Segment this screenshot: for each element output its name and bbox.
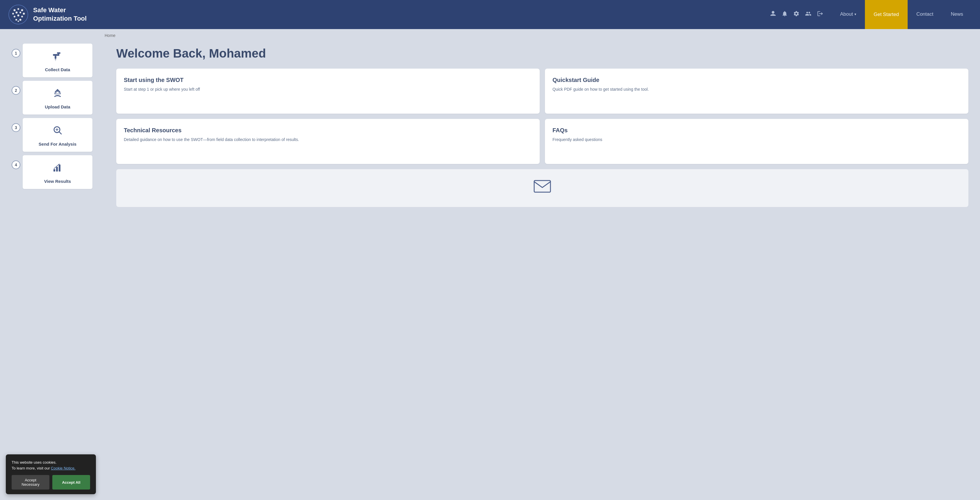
step-upload-data[interactable]: Upload Data: [23, 81, 92, 115]
nav-about[interactable]: About ▾: [832, 0, 865, 29]
gear-icon[interactable]: [793, 11, 800, 19]
svg-point-4: [12, 13, 14, 14]
svg-point-5: [16, 12, 18, 14]
breadcrumb[interactable]: Home: [0, 29, 980, 41]
step-label-3: Send For Analysis: [39, 142, 76, 146]
svg-point-8: [14, 16, 15, 18]
nav-get-started[interactable]: Get Started: [865, 0, 908, 29]
svg-point-11: [15, 19, 17, 21]
chevron-down-icon: ▾: [854, 12, 856, 16]
svg-rect-15: [55, 56, 56, 59]
cookie-message: This website uses cookies. To learn more…: [12, 460, 90, 471]
envelope-icon: [534, 179, 551, 197]
svg-rect-14: [53, 54, 59, 56]
step-send-analysis[interactable]: Send For Analysis: [23, 118, 92, 152]
svg-point-7: [23, 13, 25, 15]
cards-grid: Start using the SWOT Start at step 1 or …: [116, 68, 968, 164]
svg-rect-28: [59, 164, 60, 172]
main-header: Safe Water Optimization Tool About: [0, 0, 980, 29]
header-icons: [770, 11, 823, 19]
card-start-swot[interactable]: Start using the SWOT Start at step 1 or …: [116, 68, 540, 114]
svg-point-10: [21, 16, 23, 18]
step-label-2: Upload Data: [45, 104, 70, 109]
card-quickstart-title: Quickstart Guide: [552, 77, 961, 83]
step-number-1: 1: [12, 49, 20, 57]
card-quickstart-desc: Quick PDF guide on how to get started us…: [552, 86, 961, 93]
card-faqs-desc: Frequently asked questions: [552, 137, 961, 143]
svg-rect-27: [56, 167, 58, 172]
card-start-swot-title: Start using the SWOT: [124, 77, 532, 83]
step-item-4: 4 View Results: [12, 155, 105, 189]
step-item-2: 2 Upload Data: [12, 81, 105, 115]
card-faqs[interactable]: FAQs Frequently asked questions: [545, 119, 968, 164]
steps-sidebar: 1 Collect Data: [12, 41, 105, 207]
app-title: Safe Water Optimization Tool: [33, 6, 87, 23]
svg-point-3: [21, 9, 23, 11]
svg-point-18: [55, 59, 56, 60]
cookie-notice-link[interactable]: Cookie Notice.: [51, 466, 76, 470]
step-label-1: Collect Data: [45, 67, 70, 72]
card-faqs-title: FAQs: [552, 127, 961, 134]
step-collect-data[interactable]: Collect Data: [23, 44, 92, 77]
upload-icon: [52, 87, 64, 102]
chart-icon: [52, 162, 64, 176]
card-contact[interactable]: [116, 169, 968, 207]
step-item-3: 3 Send For Analysis: [12, 118, 105, 152]
cookie-banner: This website uses cookies. To learn more…: [6, 454, 96, 494]
svg-rect-29: [534, 180, 550, 192]
card-technical[interactable]: Technical Resources Detailed guidance on…: [116, 119, 540, 164]
svg-point-1: [14, 9, 16, 11]
welcome-title: Welcome Back, Mohamed: [116, 46, 968, 61]
svg-point-19: [55, 60, 56, 61]
svg-point-12: [19, 19, 22, 21]
step-item-1: 1 Collect Data: [12, 44, 105, 77]
step-number-2: 2: [12, 86, 20, 95]
step-number-3: 3: [12, 123, 20, 132]
step-number-4: 4: [12, 161, 20, 169]
analysis-icon: [52, 124, 64, 139]
header-right: About ▾ Get Started Contact News: [770, 0, 972, 29]
svg-point-9: [18, 14, 19, 17]
svg-point-6: [19, 12, 21, 13]
bell-icon[interactable]: [781, 11, 788, 19]
step-view-results[interactable]: View Results: [23, 155, 92, 189]
svg-point-2: [18, 8, 19, 10]
card-start-swot-desc: Start at step 1 or pick up where you lef…: [124, 86, 532, 93]
card-technical-title: Technical Resources: [124, 127, 532, 134]
card-quickstart[interactable]: Quickstart Guide Quick PDF guide on how …: [545, 68, 968, 114]
svg-line-23: [59, 132, 61, 134]
logo-icon: [8, 4, 29, 25]
svg-rect-26: [54, 169, 55, 172]
main-content: 1 Collect Data: [0, 41, 980, 218]
main-section: Welcome Back, Mohamed Start using the SW…: [105, 41, 980, 207]
logo-area[interactable]: Safe Water Optimization Tool: [8, 4, 87, 25]
card-technical-desc: Detailed guidance on how to use the SWOT…: [124, 137, 532, 143]
person-icon[interactable]: [770, 11, 776, 19]
accept-necessary-button[interactable]: Accept Necessary: [12, 475, 49, 489]
svg-rect-17: [57, 53, 60, 54]
step-label-4: View Results: [44, 179, 71, 184]
people-icon[interactable]: [805, 11, 812, 19]
nav-contact[interactable]: Contact: [908, 0, 942, 29]
cookie-buttons: Accept Necessary Accept All: [12, 475, 90, 489]
main-nav: About ▾ Get Started Contact News: [832, 0, 972, 29]
accept-all-button[interactable]: Accept All: [52, 475, 90, 489]
logout-icon[interactable]: [817, 11, 823, 19]
nav-news[interactable]: News: [942, 0, 972, 29]
faucet-icon: [52, 50, 64, 64]
svg-point-13: [18, 21, 19, 22]
